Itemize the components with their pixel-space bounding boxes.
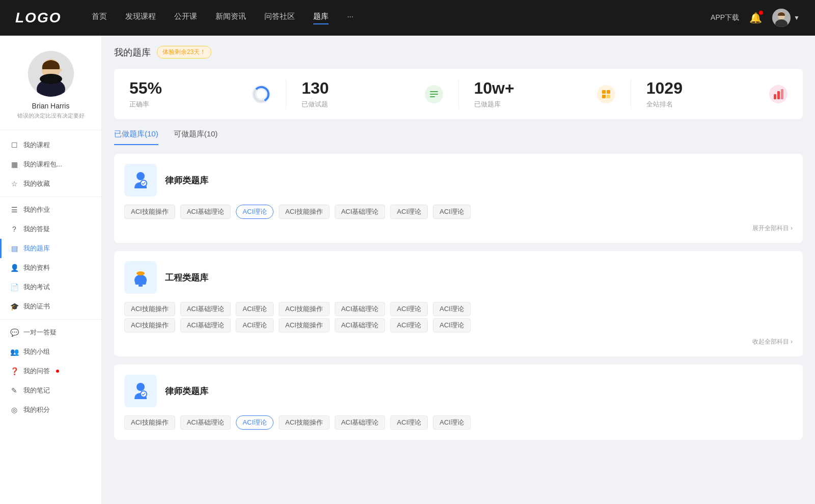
done-questions-icon (425, 85, 443, 103)
bank-card-lawyer-2-header: 律师类题库 (124, 375, 793, 407)
question-icon: ? (10, 225, 18, 233)
sidebar-item-group[interactable]: 👥 我的小组 (0, 342, 101, 361)
svg-rect-17 (602, 95, 606, 98)
page-title: 我的题库 (114, 46, 151, 59)
sidebar-item-bank[interactable]: ▤ 我的题库 (0, 239, 101, 258)
sidebar-item-points[interactable]: ◎ 我的积分 (0, 400, 101, 419)
tag-item[interactable]: ACI理论 (390, 318, 428, 332)
tag-item[interactable]: ACI理论 (433, 302, 471, 316)
donut-chart-icon (252, 85, 270, 103)
sidebar-item-qa[interactable]: ? 我的答疑 (0, 219, 101, 239)
lawyer-icon-svg (129, 169, 152, 191)
nav-more[interactable]: ··· (347, 12, 354, 24)
tag-item[interactable]: ACI技能操作 (124, 205, 175, 219)
engineering-bank-icon (124, 261, 157, 294)
tag-item[interactable]: ACI技能操作 (279, 318, 330, 332)
bank-card-lawyer-header: 律师类题库 (124, 164, 793, 197)
nav-open-course[interactable]: 公开课 (174, 12, 197, 24)
stats-card: 55% 正确率 130 已做试题 (114, 69, 803, 119)
tab-done[interactable]: 已做题库(10) (114, 129, 158, 145)
stat-done-questions-text: 130 已做试题 (302, 79, 424, 109)
sidebar-item-questions[interactable]: ❓ 我的问答 (0, 361, 101, 381)
sidebar-item-1on1[interactable]: 💬 一对一答疑 (0, 323, 101, 342)
tag-item[interactable]: ACI理论 (390, 205, 428, 219)
stat-done-questions-label: 已做试题 (302, 100, 424, 109)
logo[interactable]: LOGO (15, 10, 61, 26)
sidebar-item-exam[interactable]: 📄 我的考试 (0, 277, 101, 297)
sidebar-label-homework: 我的作业 (23, 205, 50, 214)
homework-icon: ☰ (10, 206, 18, 214)
tag-item[interactable]: ACI基础理论 (335, 318, 386, 332)
tag-item[interactable]: ACI基础理论 (180, 302, 231, 316)
sidebar-label-points: 我的积分 (23, 405, 50, 414)
stat-accuracy-text: 55% 正确率 (129, 79, 252, 109)
tag-item[interactable]: ACI技能操作 (124, 318, 175, 332)
sidebar-label-1on1: 一对一答疑 (23, 328, 57, 337)
tag-item[interactable]: ACI理论 (433, 205, 471, 219)
done-banks-icon (597, 85, 615, 103)
sidebar-item-my-course[interactable]: ☐ 我的课程 (0, 135, 101, 155)
sidebar-item-profile[interactable]: 👤 我的资料 (0, 258, 101, 277)
svg-rect-20 (777, 91, 780, 99)
tag-item[interactable]: ACI基础理论 (180, 415, 231, 430)
notification-bell[interactable]: 🔔 (749, 12, 762, 24)
accuracy-icon (252, 85, 270, 103)
tag-item[interactable]: ACI理论 (390, 415, 428, 430)
ranking-icon (769, 85, 787, 103)
tag-item[interactable]: ACI理论 (236, 302, 274, 316)
svg-rect-15 (602, 90, 606, 94)
expand-link-lawyer-1[interactable]: 展开全部科目 › (124, 224, 793, 233)
tag-item[interactable]: ACI基础理论 (180, 205, 231, 219)
tag-item[interactable]: ACI技能操作 (279, 302, 330, 316)
sidebar-item-course-package[interactable]: ▦ 我的课程包... (0, 155, 101, 174)
tag-item[interactable]: ACI基础理论 (335, 205, 386, 219)
avatar-chevron-icon: ▼ (794, 14, 800, 21)
tag-item[interactable]: ACI理论 (433, 415, 471, 430)
bank-card-lawyer-2: 律师类题库 ACI技能操作 ACI基础理论 ACI理论 ACI技能操作 ACI基… (114, 365, 803, 440)
tag-item-selected[interactable]: ACI理论 (236, 205, 274, 219)
tag-item[interactable]: ACI理论 (236, 318, 274, 332)
nav-discover[interactable]: 发现课程 (125, 12, 156, 24)
nav-home[interactable]: 首页 (92, 12, 107, 24)
nav-qa[interactable]: 问答社区 (264, 12, 295, 24)
sidebar-label-group: 我的小组 (23, 347, 50, 356)
sidebar-item-homework[interactable]: ☰ 我的作业 (0, 200, 101, 219)
stat-accuracy: 55% 正确率 (114, 79, 286, 109)
tab-available[interactable]: 可做题库(10) (174, 129, 218, 145)
svg-rect-13 (430, 96, 435, 97)
sidebar-label-cert: 我的证书 (23, 302, 50, 311)
user-avatar-wrap[interactable]: ▼ (772, 9, 800, 27)
tag-item[interactable]: ACI技能操作 (124, 415, 175, 430)
tag-item[interactable]: ACI基础理论 (335, 415, 386, 430)
sidebar-profile: Brian Harris 错误的决定比没有决定要好 (0, 46, 101, 130)
tag-item[interactable]: ACI技能操作 (124, 302, 175, 316)
sidebar-avatar (28, 51, 74, 97)
svg-rect-19 (774, 94, 776, 99)
app-download-link[interactable]: APP下载 (711, 13, 739, 22)
stat-done-questions-value: 130 (302, 79, 424, 98)
main-content: 我的题库 体验剩余23天！ 55% 正确率 (102, 36, 815, 504)
star-icon: ☆ (10, 180, 18, 188)
tag-item-selected[interactable]: ACI理论 (236, 415, 274, 430)
sidebar-item-notes[interactable]: ✎ 我的笔记 (0, 381, 101, 400)
sidebar-item-cert[interactable]: 🎓 我的证书 (0, 297, 101, 316)
layout: Brian Harris 错误的决定比没有决定要好 ☐ 我的课程 ▦ 我的课程包… (0, 36, 815, 504)
tag-item[interactable]: ACI基础理论 (335, 302, 386, 316)
svg-rect-26 (139, 285, 143, 287)
tag-item[interactable]: ACI理论 (390, 302, 428, 316)
questions-icon: ❓ (10, 367, 18, 375)
stat-done-banks-label: 已做题库 (474, 100, 597, 109)
tag-item[interactable]: ACI技能操作 (279, 415, 330, 430)
bank-title-lawyer-2: 律师类题库 (165, 385, 208, 397)
chat-icon: 💬 (10, 328, 18, 337)
sidebar-item-collection[interactable]: ☆ 我的收藏 (0, 174, 101, 193)
tag-item[interactable]: ACI基础理论 (180, 318, 231, 332)
nav-news[interactable]: 新闻资讯 (215, 12, 246, 24)
sidebar-sep-1 (0, 197, 101, 197)
tag-item[interactable]: ACI技能操作 (279, 205, 330, 219)
tag-item[interactable]: ACI理论 (433, 318, 471, 332)
group-icon: 👥 (10, 348, 18, 356)
points-icon: ◎ (10, 406, 18, 414)
nav-bank[interactable]: 题库 (313, 12, 329, 24)
collapse-link-engineering[interactable]: 收起全部科目 › (124, 338, 793, 346)
